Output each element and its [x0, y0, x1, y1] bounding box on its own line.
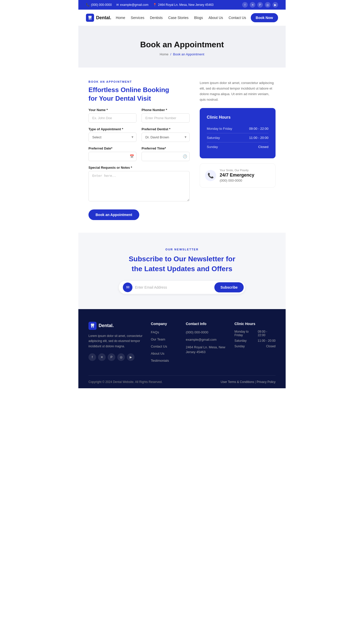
footer-hours-weekday: Monday to Friday 09:00 - 22:00: [235, 330, 276, 337]
newsletter-email-input[interactable]: [135, 285, 214, 289]
footer-facebook-icon[interactable]: f: [88, 353, 96, 361]
time-input-wrapper: 10:00 AM 🕐: [142, 152, 190, 161]
footer-link-contact[interactable]: Contact Us: [151, 345, 167, 348]
nav-services[interactable]: Services: [131, 16, 144, 20]
nav-blogs[interactable]: Blogs: [194, 16, 203, 20]
saturday-time: 11:00 - 20:00: [249, 136, 268, 140]
nav-dentists[interactable]: Dentists: [150, 16, 163, 20]
saturday-label: Saturday: [207, 136, 220, 140]
newsletter-title: Subscribe to Our Newsletter for the Late…: [88, 254, 276, 274]
nav-home[interactable]: Home: [116, 16, 125, 20]
instagram-icon[interactable]: ◎: [265, 2, 270, 8]
main-content: BOOK AN APPOINTMENT Effortless Online Bo…: [78, 68, 286, 233]
footer-link-testimonials[interactable]: Testimonials: [151, 359, 169, 362]
footer-separator: |: [255, 380, 256, 384]
newsletter-section: OUR NEWSLETTER Subscribe to Our Newslett…: [78, 233, 286, 309]
form-row-1: Your Name * Phone Number *: [88, 108, 190, 123]
footer-sunday-time: Closed: [266, 345, 276, 348]
footer-youtube-icon[interactable]: ▶: [127, 353, 134, 361]
book-appointment-button[interactable]: Book an Appointment: [88, 209, 139, 220]
location-icon: 📍: [153, 3, 157, 7]
logo: 🦷 Dental.: [86, 14, 111, 22]
footer-bottom: Copyright © 2024 Dental Website. All Rig…: [88, 375, 276, 388]
footer-terms-link[interactable]: User Terms & Conditions: [221, 380, 254, 384]
footer-weekday-time: 09:00 - 22:00: [258, 330, 276, 337]
notes-label: Special Requests or Notes *: [88, 166, 190, 169]
calendar-icon: 📅: [130, 154, 134, 158]
emergency-card: 📞 Your Smile, Our Priority 24/7 Emergenc…: [200, 163, 276, 188]
phone-label: Phone Number *: [142, 108, 190, 112]
top-bar-email: ✉ example@gmail.com: [116, 3, 148, 7]
hero-banner: Book an Appointment Home / Book an Appoi…: [78, 26, 286, 68]
footer: 🦷 Dental. Lorem ipsum dolor sit amet, co…: [78, 309, 286, 388]
top-bar-socials: f ✕ P ◎ ▶: [242, 2, 278, 8]
form-row-2: Type of Appointment * Select General Che…: [88, 127, 190, 142]
clinic-hours-card: Clinic Hours Monday to Friday 09:00 - 22…: [200, 108, 276, 158]
weekday-label: Monday to Friday: [207, 127, 232, 131]
pinterest-icon[interactable]: P: [257, 2, 263, 8]
footer-sunday-label: Sunday: [235, 345, 245, 348]
nav-contact[interactable]: Contact Us: [229, 16, 246, 20]
name-input[interactable]: [88, 113, 136, 123]
appointment-select[interactable]: Select General Checkup Teeth Cleaning Wh…: [88, 133, 136, 142]
breadcrumb-separator: /: [170, 52, 171, 56]
top-bar-address: 📍 2464 Royal Ln. Mesa, New Jersey 45463: [153, 3, 213, 7]
time-label: Preferred Time*: [142, 146, 190, 150]
appointment-label: Type of Appointment *: [88, 127, 136, 131]
footer-company-col: Company FAQs Our Team Contact Us About U…: [151, 322, 178, 365]
footer-instagram-icon[interactable]: ◎: [117, 353, 125, 361]
footer-link-faqs[interactable]: FAQs: [151, 330, 159, 334]
footer-pinterest-icon[interactable]: P: [108, 353, 115, 361]
newsletter-form: ✉ Subscribe: [119, 281, 245, 294]
footer-logo: 🦷 Dental.: [88, 322, 143, 330]
dentist-select[interactable]: Dr. David Brown Dr. Jane Smith: [142, 133, 190, 142]
title-line1: Effortless Online Booking: [88, 86, 169, 94]
footer-twitter-icon[interactable]: ✕: [98, 353, 106, 361]
breadcrumb: Home / Book an Appointment: [83, 52, 281, 56]
footer-weekday-label: Monday to Friday: [235, 330, 258, 337]
footer-contact-col: Contact Info (000) 000-0000 example@gmai…: [186, 322, 227, 365]
footer-contact-email: example@gmail.com: [186, 337, 227, 342]
booking-description: Lorem ipsum dolor sit amet, consectetur …: [200, 80, 276, 102]
facebook-icon[interactable]: f: [242, 2, 248, 8]
newsletter-email-icon: ✉: [123, 283, 132, 292]
subscribe-button[interactable]: Subscribe: [214, 282, 244, 292]
newsletter-title-line1: Subscribe to Our Newsletter for: [129, 255, 235, 263]
book-now-button[interactable]: Book Now: [251, 13, 278, 22]
time-group: Preferred Time* 10:00 AM 🕐: [142, 146, 190, 161]
footer-privacy-link[interactable]: Privacy Policy: [257, 380, 276, 384]
phone-input[interactable]: [142, 113, 190, 123]
notes-textarea[interactable]: [88, 171, 190, 201]
dentist-select-wrapper: Dr. David Brown Dr. Jane Smith ▼: [142, 133, 190, 142]
footer-link-about[interactable]: About Us: [151, 352, 164, 355]
twitter-icon[interactable]: ✕: [250, 2, 255, 8]
emergency-title: 24/7 Emergency: [220, 173, 254, 178]
emergency-label: Your Smile, Our Priority: [220, 169, 254, 172]
breadcrumb-home[interactable]: Home: [160, 52, 169, 56]
date-input-wrapper: 25/11/2024 📅: [88, 152, 136, 161]
hours-row-sunday: Sunday Closed: [207, 142, 268, 151]
sidebar-section: Lorem ipsum dolor sit amet, consectetur …: [200, 80, 276, 220]
nav-about[interactable]: About Us: [209, 16, 223, 20]
time-input[interactable]: 10:00 AM: [142, 152, 190, 161]
logo-icon: 🦷: [86, 14, 94, 22]
nav-case-stories[interactable]: Case Stories: [168, 16, 189, 20]
form-section: BOOK AN APPOINTMENT Effortless Online Bo…: [88, 80, 190, 220]
notes-group: Special Requests or Notes *: [88, 166, 190, 202]
date-input[interactable]: 25/11/2024: [88, 152, 136, 161]
title-line2: for Your Dental Visit: [88, 95, 151, 102]
footer-social-links: f ✕ P ◎ ▶: [88, 353, 143, 361]
emergency-icon: 📞: [205, 170, 216, 181]
clinic-hours-title: Clinic Hours: [207, 115, 268, 120]
footer-company-title: Company: [151, 322, 178, 326]
footer-link-our-team[interactable]: Our Team: [151, 337, 165, 341]
top-bar-phone: 📞 (000) 000-0000: [86, 3, 112, 7]
footer-contact-title: Contact Info: [186, 322, 227, 326]
appointment-type-group: Type of Appointment * Select General Che…: [88, 127, 136, 142]
phone-group: Phone Number *: [142, 108, 190, 123]
footer-hours-col: Clinic Hours Monday to Friday 09:00 - 22…: [235, 322, 276, 365]
newsletter-title-highlight: Latest Updates and Offers: [144, 265, 233, 273]
footer-brand-desc: Lorem ipsum dolor sit amet, consectetur …: [88, 333, 143, 349]
youtube-icon[interactable]: ▶: [272, 2, 278, 8]
hours-row-saturday: Saturday 11:00 - 20:00: [207, 133, 268, 142]
